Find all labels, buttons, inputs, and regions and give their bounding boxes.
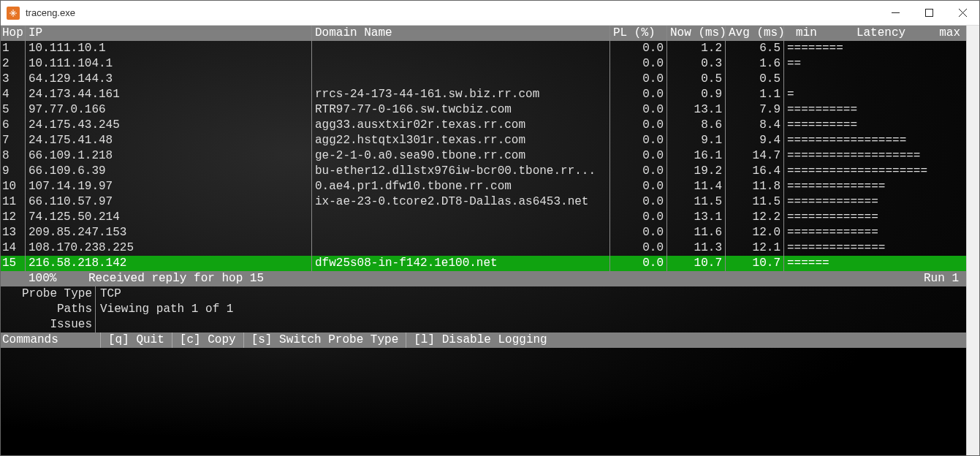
- command-item[interactable]: [s] Switch Probe Type: [243, 332, 406, 348]
- col-latency[interactable]: min Latency max: [784, 26, 966, 41]
- cell-ip: 97.77.0.166: [26, 102, 312, 118]
- col-ip[interactable]: IP: [26, 26, 312, 41]
- cell-pl: 0.0: [610, 148, 667, 164]
- cell-avg: 8.4: [726, 118, 784, 133]
- app-window: traceng.exe Hop IP Domain Name PL (%) No…: [0, 0, 980, 456]
- table-row[interactable]: 424.173.44.161rrcs-24-173-44-161.sw.biz.…: [1, 87, 966, 102]
- table-row[interactable]: 364.129.144.30.00.50.5: [1, 72, 966, 87]
- cell-ip: 66.110.57.97: [26, 194, 312, 210]
- cell-latency: ==============: [784, 179, 966, 194]
- table-row[interactable]: 624.175.43.245agg33.ausxtxir02r.texas.rr…: [1, 118, 966, 133]
- cell-latency: ======: [784, 256, 966, 271]
- paths-label: Paths: [1, 302, 96, 317]
- cell-now: 13.1: [667, 102, 726, 118]
- table-row[interactable]: 110.111.10.10.01.26.5========: [1, 41, 966, 56]
- table-row[interactable]: 13209.85.247.1530.011.612.0=============: [1, 225, 966, 240]
- window-title: traceng.exe: [26, 7, 75, 18]
- table-row[interactable]: 210.111.104.10.00.31.6==: [1, 56, 966, 72]
- table-row[interactable]: 14108.170.238.2250.011.312.1============…: [1, 240, 966, 256]
- cell-domain: [312, 240, 610, 256]
- cell-now: 19.2: [667, 164, 726, 179]
- cell-ip: 66.109.1.218: [26, 148, 312, 164]
- cell-latency: ===================: [784, 148, 966, 164]
- cell-domain: agg22.hstqtxl301r.texas.rr.com: [312, 133, 610, 148]
- cell-latency: ==========: [784, 118, 966, 133]
- col-now[interactable]: Now (ms): [667, 26, 726, 41]
- table-row[interactable]: 10107.14.19.970.ae4.pr1.dfw10.tbone.rr.c…: [1, 179, 966, 194]
- cell-pl: 0.0: [610, 41, 667, 56]
- cell-latency: ========: [784, 41, 966, 56]
- cell-ip: 24.173.44.161: [26, 87, 312, 102]
- cell-ip: 74.125.50.214: [26, 210, 312, 225]
- close-button[interactable]: [946, 1, 979, 26]
- command-bar: Commands [q] Quit[c] Copy[s] Switch Prob…: [1, 332, 966, 348]
- table-row[interactable]: 724.175.41.48agg22.hstqtxl301r.texas.rr.…: [1, 133, 966, 148]
- cell-hop: 4: [1, 87, 26, 102]
- command-item[interactable]: [l] Disable Logging: [406, 332, 554, 348]
- cell-hop: 15: [1, 256, 26, 271]
- issues-label: Issues: [1, 317, 96, 332]
- cell-pl: 0.0: [610, 179, 667, 194]
- footer-probe: Probe Type TCP: [1, 286, 966, 302]
- cell-avg: 12.1: [726, 240, 784, 256]
- commands-label: Commands: [1, 332, 100, 348]
- table-row[interactable]: 866.109.1.218ge-2-1-0.a0.sea90.tbone.rr.…: [1, 148, 966, 164]
- cell-ip: 209.85.247.153: [26, 225, 312, 240]
- command-item[interactable]: [q] Quit: [100, 332, 172, 348]
- cell-latency: =: [784, 87, 966, 102]
- titlebar[interactable]: traceng.exe: [1, 1, 979, 26]
- cell-pl: 0.0: [610, 72, 667, 87]
- cell-hop: 7: [1, 133, 26, 148]
- cell-latency: ==========: [784, 102, 966, 118]
- status-percent: 100%: [1, 271, 88, 286]
- cell-now: 11.3: [667, 240, 726, 256]
- table-row[interactable]: 597.77.0.166RTR97-77-0-166.sw.twcbiz.com…: [1, 102, 966, 118]
- col-domain[interactable]: Domain Name: [312, 26, 610, 41]
- cell-now: 11.4: [667, 179, 726, 194]
- table-body: 110.111.10.10.01.26.5========210.111.104…: [1, 41, 966, 271]
- cell-ip: 108.170.238.225: [26, 240, 312, 256]
- footer-issues: Issues: [1, 317, 966, 332]
- col-pl[interactable]: PL (%): [610, 26, 667, 41]
- minimize-button[interactable]: [878, 1, 912, 26]
- cell-hop: 10: [1, 179, 26, 194]
- cell-domain: [312, 225, 610, 240]
- cell-latency: =============: [784, 194, 966, 210]
- table-header: Hop IP Domain Name PL (%) Now (ms) Avg (…: [1, 26, 966, 41]
- cell-hop: 11: [1, 194, 26, 210]
- cell-avg: 12.2: [726, 210, 784, 225]
- table-row[interactable]: 966.109.6.39bu-ether12.dllstx976iw-bcr00…: [1, 164, 966, 179]
- status-run: Run 1: [924, 271, 966, 286]
- cell-hop: 13: [1, 225, 26, 240]
- cell-hop: 1: [1, 41, 26, 56]
- table-row[interactable]: 1166.110.57.97ix-ae-23-0.tcore2.DT8-Dall…: [1, 194, 966, 210]
- cell-pl: 0.0: [610, 225, 667, 240]
- maximize-button[interactable]: [912, 1, 946, 26]
- cell-ip: 10.111.10.1: [26, 41, 312, 56]
- cell-latency: ==============: [784, 240, 966, 256]
- command-item[interactable]: [c] Copy: [172, 332, 243, 348]
- table-row[interactable]: 1274.125.50.2140.013.112.2=============: [1, 210, 966, 225]
- cell-pl: 0.0: [610, 210, 667, 225]
- scrollbar[interactable]: [966, 26, 979, 455]
- probe-type-label: Probe Type: [1, 286, 96, 302]
- cell-hop: 5: [1, 102, 26, 118]
- cell-avg: 14.7: [726, 148, 784, 164]
- col-avg[interactable]: Avg (ms): [726, 26, 784, 41]
- cell-ip: 24.175.41.48: [26, 133, 312, 148]
- cell-avg: 6.5: [726, 41, 784, 56]
- cell-hop: 14: [1, 240, 26, 256]
- col-hop[interactable]: Hop: [1, 26, 26, 41]
- cell-ip: 107.14.19.97: [26, 179, 312, 194]
- cell-avg: 0.5: [726, 72, 784, 87]
- cell-now: 1.2: [667, 41, 726, 56]
- cell-ip: 216.58.218.142: [26, 256, 312, 271]
- cell-avg: 11.5: [726, 194, 784, 210]
- table-row[interactable]: 15216.58.218.142dfw25s08-in-f142.1e100.n…: [1, 256, 966, 271]
- issues-value: [96, 317, 966, 332]
- cell-domain: bu-ether12.dllstx976iw-bcr00.tbone.rr...: [312, 164, 610, 179]
- cell-pl: 0.0: [610, 164, 667, 179]
- cell-avg: 11.8: [726, 179, 784, 194]
- cell-pl: 0.0: [610, 118, 667, 133]
- cell-hop: 12: [1, 210, 26, 225]
